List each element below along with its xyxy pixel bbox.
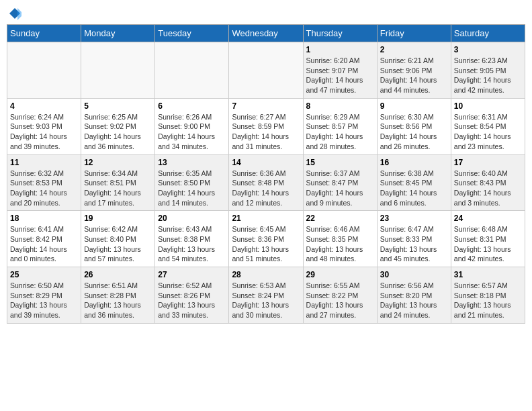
calendar-day-cell: 15Sunrise: 6:37 AM Sunset: 8:47 PM Dayli… bbox=[303, 154, 377, 211]
calendar-week-row: 11Sunrise: 6:32 AM Sunset: 8:53 PM Dayli… bbox=[7, 154, 525, 211]
day-info: Sunrise: 6:55 AM Sunset: 8:22 PM Dayligh… bbox=[306, 281, 374, 320]
day-number: 29 bbox=[306, 270, 374, 279]
day-info: Sunrise: 6:42 AM Sunset: 8:40 PM Dayligh… bbox=[84, 224, 152, 264]
calendar-day-cell: 12Sunrise: 6:34 AM Sunset: 8:51 PM Dayli… bbox=[81, 154, 155, 211]
calendar-day-header: Friday bbox=[377, 25, 451, 42]
day-number: 17 bbox=[454, 158, 522, 167]
calendar-day-cell: 19Sunrise: 6:42 AM Sunset: 8:40 PM Dayli… bbox=[81, 211, 155, 267]
day-number: 24 bbox=[454, 214, 522, 223]
day-number: 10 bbox=[454, 101, 522, 111]
calendar-day-cell bbox=[229, 42, 303, 99]
calendar-day-header: Tuesday bbox=[155, 25, 229, 42]
calendar-header-row: SundayMondayTuesdayWednesdayThursdayFrid… bbox=[7, 25, 525, 42]
day-number: 6 bbox=[158, 101, 226, 111]
calendar-day-cell: 9Sunrise: 6:30 AM Sunset: 8:56 PM Daylig… bbox=[377, 98, 451, 154]
day-info: Sunrise: 6:29 AM Sunset: 8:57 PM Dayligh… bbox=[306, 112, 374, 152]
day-info: Sunrise: 6:45 AM Sunset: 8:36 PM Dayligh… bbox=[232, 224, 300, 264]
day-info: Sunrise: 6:21 AM Sunset: 9:06 PM Dayligh… bbox=[380, 56, 448, 95]
calendar-day-cell: 11Sunrise: 6:32 AM Sunset: 8:53 PM Dayli… bbox=[7, 154, 81, 211]
day-info: Sunrise: 6:53 AM Sunset: 8:24 PM Dayligh… bbox=[232, 281, 300, 320]
day-info: Sunrise: 6:20 AM Sunset: 9:07 PM Dayligh… bbox=[306, 56, 374, 95]
day-number: 22 bbox=[306, 214, 374, 223]
day-number: 31 bbox=[454, 270, 522, 279]
calendar-day-cell: 13Sunrise: 6:35 AM Sunset: 8:50 PM Dayli… bbox=[155, 154, 229, 211]
calendar-week-row: 1Sunrise: 6:20 AM Sunset: 9:07 PM Daylig… bbox=[7, 42, 525, 99]
calendar-day-cell: 16Sunrise: 6:38 AM Sunset: 8:45 PM Dayli… bbox=[377, 154, 451, 211]
day-number: 3 bbox=[454, 45, 522, 54]
day-info: Sunrise: 6:52 AM Sunset: 8:26 PM Dayligh… bbox=[158, 281, 226, 320]
day-number: 20 bbox=[158, 214, 226, 223]
calendar-day-cell: 30Sunrise: 6:56 AM Sunset: 8:20 PM Dayli… bbox=[377, 267, 451, 324]
calendar-day-header: Saturday bbox=[451, 25, 525, 42]
calendar-day-cell: 2Sunrise: 6:21 AM Sunset: 9:06 PM Daylig… bbox=[377, 42, 451, 99]
calendar-day-cell bbox=[7, 42, 81, 99]
day-info: Sunrise: 6:37 AM Sunset: 8:47 PM Dayligh… bbox=[306, 169, 374, 208]
calendar-day-cell: 24Sunrise: 6:48 AM Sunset: 8:31 PM Dayli… bbox=[451, 211, 525, 267]
day-info: Sunrise: 6:50 AM Sunset: 8:29 PM Dayligh… bbox=[10, 281, 78, 320]
calendar-day-cell: 31Sunrise: 6:57 AM Sunset: 8:18 PM Dayli… bbox=[451, 267, 525, 324]
day-info: Sunrise: 6:48 AM Sunset: 8:31 PM Dayligh… bbox=[454, 224, 522, 264]
page-header bbox=[7, 7, 525, 20]
day-info: Sunrise: 6:27 AM Sunset: 8:59 PM Dayligh… bbox=[232, 112, 300, 152]
calendar-day-cell: 26Sunrise: 6:51 AM Sunset: 8:28 PM Dayli… bbox=[81, 267, 155, 324]
calendar-day-cell: 23Sunrise: 6:47 AM Sunset: 8:33 PM Dayli… bbox=[377, 211, 451, 267]
svg-marker-1 bbox=[17, 8, 21, 20]
day-number: 5 bbox=[84, 101, 152, 111]
day-info: Sunrise: 6:24 AM Sunset: 9:03 PM Dayligh… bbox=[10, 112, 78, 152]
day-number: 19 bbox=[84, 214, 152, 223]
day-info: Sunrise: 6:57 AM Sunset: 8:18 PM Dayligh… bbox=[454, 281, 522, 320]
calendar-day-cell: 20Sunrise: 6:43 AM Sunset: 8:38 PM Dayli… bbox=[155, 211, 229, 267]
day-info: Sunrise: 6:36 AM Sunset: 8:48 PM Dayligh… bbox=[232, 169, 300, 208]
calendar-day-cell: 22Sunrise: 6:46 AM Sunset: 8:35 PM Dayli… bbox=[303, 211, 377, 267]
calendar-day-cell: 28Sunrise: 6:53 AM Sunset: 8:24 PM Dayli… bbox=[229, 267, 303, 324]
day-info: Sunrise: 6:51 AM Sunset: 8:28 PM Dayligh… bbox=[84, 281, 152, 320]
day-number: 23 bbox=[380, 214, 448, 223]
calendar-day-header: Sunday bbox=[7, 25, 81, 42]
day-info: Sunrise: 6:38 AM Sunset: 8:45 PM Dayligh… bbox=[380, 169, 448, 208]
calendar-day-cell: 14Sunrise: 6:36 AM Sunset: 8:48 PM Dayli… bbox=[229, 154, 303, 211]
calendar-day-cell: 7Sunrise: 6:27 AM Sunset: 8:59 PM Daylig… bbox=[229, 98, 303, 154]
logo-icon bbox=[8, 7, 21, 20]
day-info: Sunrise: 6:56 AM Sunset: 8:20 PM Dayligh… bbox=[380, 281, 448, 320]
calendar-day-cell: 21Sunrise: 6:45 AM Sunset: 8:36 PM Dayli… bbox=[229, 211, 303, 267]
calendar-day-cell: 25Sunrise: 6:50 AM Sunset: 8:29 PM Dayli… bbox=[7, 267, 81, 324]
day-number: 30 bbox=[380, 270, 448, 279]
day-number: 25 bbox=[10, 270, 78, 279]
day-number: 14 bbox=[232, 158, 300, 167]
day-number: 15 bbox=[306, 158, 374, 167]
day-info: Sunrise: 6:30 AM Sunset: 8:56 PM Dayligh… bbox=[380, 112, 448, 152]
day-number: 12 bbox=[84, 158, 152, 167]
calendar-day-cell: 29Sunrise: 6:55 AM Sunset: 8:22 PM Dayli… bbox=[303, 267, 377, 324]
calendar-day-cell: 17Sunrise: 6:40 AM Sunset: 8:43 PM Dayli… bbox=[451, 154, 525, 211]
day-number: 13 bbox=[158, 158, 226, 167]
calendar-week-row: 4Sunrise: 6:24 AM Sunset: 9:03 PM Daylig… bbox=[7, 98, 525, 154]
day-info: Sunrise: 6:46 AM Sunset: 8:35 PM Dayligh… bbox=[306, 224, 374, 264]
day-number: 26 bbox=[84, 270, 152, 279]
calendar-day-cell: 10Sunrise: 6:31 AM Sunset: 8:54 PM Dayli… bbox=[451, 98, 525, 154]
day-info: Sunrise: 6:40 AM Sunset: 8:43 PM Dayligh… bbox=[454, 169, 522, 208]
logo bbox=[7, 7, 21, 20]
calendar-day-cell: 1Sunrise: 6:20 AM Sunset: 9:07 PM Daylig… bbox=[303, 42, 377, 99]
day-number: 18 bbox=[10, 214, 78, 223]
day-number: 8 bbox=[306, 101, 374, 111]
day-info: Sunrise: 6:25 AM Sunset: 9:02 PM Dayligh… bbox=[84, 112, 152, 152]
day-info: Sunrise: 6:47 AM Sunset: 8:33 PM Dayligh… bbox=[380, 224, 448, 264]
day-number: 27 bbox=[158, 270, 226, 279]
calendar-table: SundayMondayTuesdayWednesdayThursdayFrid… bbox=[7, 24, 525, 324]
calendar-day-cell bbox=[81, 42, 155, 99]
day-info: Sunrise: 6:23 AM Sunset: 9:05 PM Dayligh… bbox=[454, 56, 522, 95]
calendar-day-cell bbox=[155, 42, 229, 99]
day-info: Sunrise: 6:34 AM Sunset: 8:51 PM Dayligh… bbox=[84, 169, 152, 208]
day-number: 11 bbox=[10, 158, 78, 167]
day-info: Sunrise: 6:26 AM Sunset: 9:00 PM Dayligh… bbox=[158, 112, 226, 152]
day-number: 1 bbox=[306, 45, 374, 54]
day-number: 9 bbox=[380, 101, 448, 111]
calendar-day-cell: 3Sunrise: 6:23 AM Sunset: 9:05 PM Daylig… bbox=[451, 42, 525, 99]
day-info: Sunrise: 6:35 AM Sunset: 8:50 PM Dayligh… bbox=[158, 169, 226, 208]
calendar-day-header: Thursday bbox=[303, 25, 377, 42]
day-number: 4 bbox=[10, 101, 78, 111]
day-info: Sunrise: 6:43 AM Sunset: 8:38 PM Dayligh… bbox=[158, 224, 226, 264]
calendar-week-row: 18Sunrise: 6:41 AM Sunset: 8:42 PM Dayli… bbox=[7, 211, 525, 267]
day-info: Sunrise: 6:32 AM Sunset: 8:53 PM Dayligh… bbox=[10, 169, 78, 208]
calendar-day-cell: 27Sunrise: 6:52 AM Sunset: 8:26 PM Dayli… bbox=[155, 267, 229, 324]
